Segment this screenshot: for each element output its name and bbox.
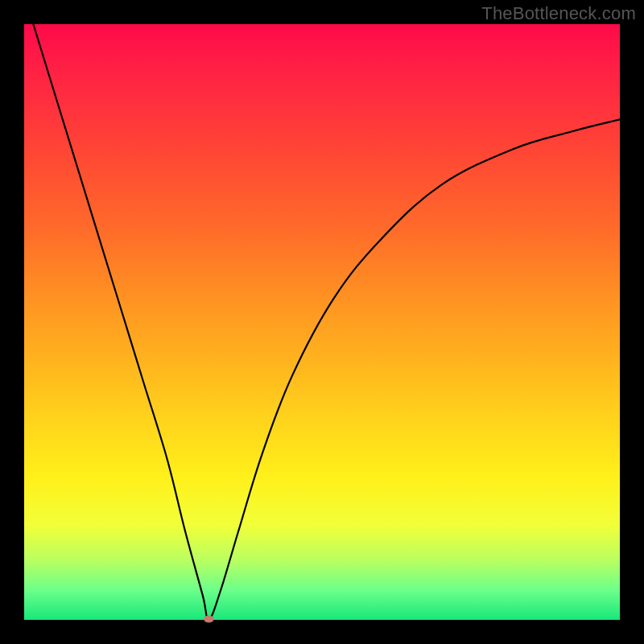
plot-area — [24, 24, 620, 620]
chart-container: TheBottleneck.com — [0, 0, 644, 644]
minimum-marker — [204, 616, 213, 622]
watermark-text: TheBottleneck.com — [481, 3, 636, 24]
bottleneck-curve — [24, 24, 620, 620]
